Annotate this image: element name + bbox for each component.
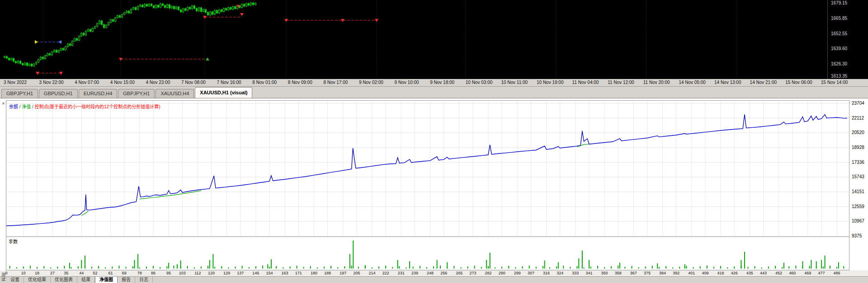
trade-number-label: 197 — [340, 271, 346, 275]
time-axis-label: 11 Nov 20:00 — [643, 80, 670, 85]
close-icon[interactable]: × — [1, 101, 6, 106]
time-axis: 3 Nov 20223 Nov 22:004 Nov 07:004 Nov 15… — [0, 79, 868, 87]
trade-number-label: 137 — [237, 271, 244, 275]
chart-tab-2[interactable]: EURUSD,H4 — [79, 89, 118, 98]
time-axis-label: 10 Nov 03:00 — [466, 80, 493, 85]
time-axis-label: 4 Nov 15:00 — [110, 80, 135, 85]
legend-separator: / — [31, 104, 34, 109]
trade-number-label: 426 — [731, 271, 738, 275]
trade-number-label: 435 — [746, 271, 753, 275]
trade-number-label: 350 — [601, 271, 608, 275]
trade-number-label: 18 — [35, 271, 39, 275]
tester-tab-3[interactable]: 结果 — [77, 277, 95, 283]
trade-number-label: 409 — [702, 271, 709, 275]
trade-number-label: 146 — [252, 271, 259, 275]
time-axis-label: 14 Nov 13:00 — [714, 80, 741, 85]
trade-number-label: 112 — [194, 271, 201, 275]
price-chart-panel: 1679.151665.851652.551639.601626.301613.… — [0, 0, 868, 79]
tester-tab-bar: 设置优化结果优化图表结果净值图报告日志 — [0, 276, 868, 283]
lots-histogram[interactable] — [6, 237, 849, 269]
chart-tab-1[interactable]: GBPUSD,H1 — [39, 89, 78, 98]
trade-number-label: 103 — [179, 271, 186, 275]
equity-axis-label: 23704 — [852, 101, 864, 106]
equity-axis-label: 15743 — [852, 174, 864, 179]
trade-number-label: 44 — [79, 271, 84, 275]
time-axis-label: 9 Nov 02:00 — [359, 80, 383, 85]
price-axis-label: 1652.55 — [831, 31, 847, 36]
trade-number-label: 333 — [572, 271, 579, 275]
time-axis-label: 9 Nov 18:00 — [430, 80, 454, 85]
chart-tab-5[interactable]: XAUUSD,H1 (visual) — [195, 87, 252, 98]
trade-number-axis: 0101827354452616978869510311212012913714… — [0, 270, 868, 276]
chart-tab-0[interactable]: GBPJPY,H1 — [1, 89, 38, 98]
candlestick-chart[interactable] — [0, 0, 827, 79]
equity-chart-panel: 余额 / 净值 / 控制点(基于最近的小一级时段内的12个控制点的分形插值计算) — [6, 100, 849, 237]
chart-tab-3[interactable]: GBPJPY,H1 — [118, 89, 155, 98]
trade-number-label: 418 — [717, 271, 724, 275]
candles — [4, 2, 256, 67]
time-axis-label: 8 Nov 09:00 — [288, 80, 312, 85]
equity-axis-label: 12559 — [852, 204, 864, 209]
tester-tab-0[interactable]: 设置 — [6, 277, 24, 283]
trade-number-label: 469 — [804, 271, 811, 275]
time-axis-label: 11 Nov 04:00 — [572, 80, 599, 85]
equity-axis-label: 22112 — [852, 116, 864, 121]
trade-number-label: 273 — [469, 271, 476, 275]
time-axis-label: 9 Nov 10:00 — [395, 80, 419, 85]
time-axis-label: 14 Nov 21:00 — [750, 80, 777, 85]
lots-label: 手数 — [9, 238, 18, 245]
trade-number-label: 231 — [398, 271, 405, 275]
time-axis-label: 4 Nov 07:00 — [75, 80, 99, 85]
equity-line — [81, 144, 591, 215]
trade-number-label: 154 — [266, 271, 273, 275]
chart-tab-4[interactable]: XAUUSD,H4 — [156, 89, 194, 98]
price-axis-label: 1639.60 — [831, 46, 847, 51]
trade-number-label: 188 — [324, 271, 331, 275]
trade-number-label: 282 — [485, 271, 491, 275]
trade-number-label: 375 — [644, 271, 651, 275]
time-axis-label: 3 Nov 2022 — [4, 80, 27, 85]
trade-number-label: 486 — [834, 271, 840, 275]
time-axis-label: 10 Nov 11:00 — [501, 80, 528, 85]
price-axis-label: 1613.35 — [831, 74, 847, 79]
trade-number-label: 248 — [427, 271, 434, 275]
trade-number-label: 265 — [456, 271, 462, 275]
equity-chart[interactable] — [6, 101, 849, 237]
tester-tab-6[interactable]: 日志 — [135, 277, 153, 283]
tester-side-label: 测试 — [0, 273, 6, 282]
price-axis: 1679.151665.851652.551639.601626.301613.… — [827, 0, 868, 79]
equity-legend: 余额 / 净值 / 控制点(基于最近的小一级时段内的12个控制点的分形插值计算) — [9, 103, 160, 110]
tester-tab-1[interactable]: 优化结果 — [24, 277, 51, 283]
equity-axis-label: 14151 — [852, 189, 864, 194]
trade-number-label: 171 — [295, 271, 302, 275]
trade-number-label: 290 — [499, 271, 505, 275]
trade-number-label: 163 — [282, 271, 288, 275]
time-axis-label: 15 Nov 14:00 — [821, 80, 848, 85]
trade-number-label: 401 — [688, 271, 695, 275]
trade-number-label: 214 — [368, 271, 375, 275]
trade-number-label: 358 — [615, 271, 622, 275]
time-axis-label: 14 Nov 05:00 — [679, 80, 706, 85]
trade-number-label: 392 — [673, 271, 679, 275]
day-separators — [43, 0, 737, 79]
trade-number-label: 239 — [411, 271, 418, 275]
trade-number-label: 367 — [630, 271, 637, 275]
trade-number-label: 95 — [166, 271, 171, 275]
lots-panel: 手数 — [6, 237, 849, 270]
tester-tab-2[interactable]: 优化图表 — [51, 277, 77, 283]
tester-tab-4[interactable]: 净值图 — [95, 277, 118, 283]
trade-number-label: 120 — [208, 271, 215, 275]
trade-number-label: 69 — [122, 271, 127, 275]
trade-number-label: 78 — [137, 271, 142, 275]
time-axis-label: 3 Nov 22:00 — [39, 80, 64, 85]
legend-model-note: 控制点(基于最近的小一级时段内的12个控制点的分形插值计算) — [35, 104, 160, 109]
trade-number-label: 86 — [151, 271, 156, 275]
trade-number-label: 180 — [311, 271, 317, 275]
tester-tabs: 设置优化结果优化图表结果净值图报告日志 — [6, 277, 153, 283]
trade-number-label: 256 — [440, 271, 447, 275]
tester-tab-5[interactable]: 报告 — [118, 277, 135, 283]
trade-number-label: 129 — [223, 271, 230, 275]
trade-number-label: 299 — [514, 271, 521, 275]
chart-tab-bar: GBPJPY,H1GBPUSD,H1EURUSD,H4GBPJPY,H1XAUU… — [0, 87, 868, 98]
tester-panel: × 余额 / 净值 / 控制点(基于最近的小一级时段内的12个控制点的分形插值计… — [0, 98, 868, 283]
